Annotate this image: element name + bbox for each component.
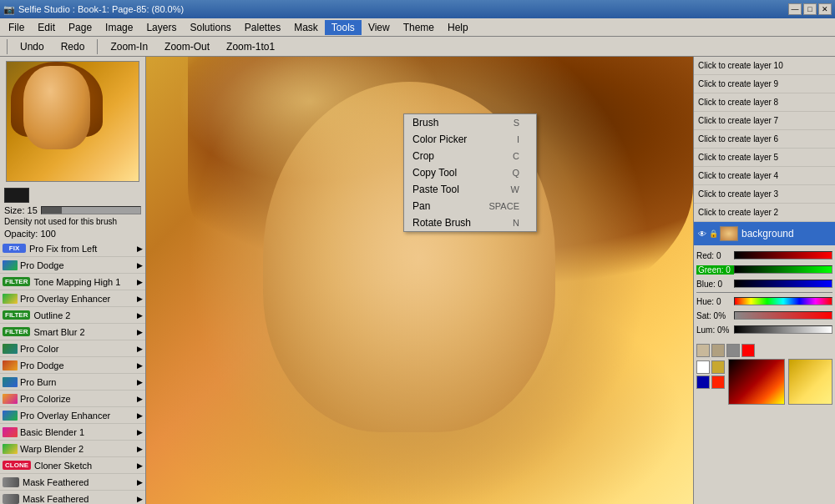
blue-slider[interactable] [734,280,832,288]
menu-tools[interactable]: Tools [325,20,362,35]
menu-help[interactable]: Help [441,20,475,35]
toolbar-separator-1 [7,39,8,54]
layer-item-4[interactable]: Click to create layer 6 [694,130,835,149]
dropdown-item-label: Paste Tool [412,184,459,195]
dropdown-item-brush[interactable]: BrushS [404,114,536,131]
tool-label: Mask Feathered [23,477,89,487]
dropdown-item-label: Crop [412,150,434,162]
lum-slider[interactable] [734,325,832,334]
tool-badge-filter: FILTER [3,277,30,286]
tool-item-5[interactable]: FILTERSmart Blur 2▶ [0,324,145,340]
swatch-red[interactable] [741,344,755,357]
layer-thumbnail [720,226,738,241]
menu-theme[interactable]: Theme [397,20,441,35]
menu-file[interactable]: File [2,20,31,35]
swatch-gold[interactable] [711,360,725,374]
menu-view[interactable]: View [362,20,397,35]
layer-item-1[interactable]: Click to create layer 9 [694,75,835,93]
dropdown-item-label: Rotate Brush [412,217,471,229]
sat-slider[interactable] [734,311,832,320]
tool-item-7[interactable]: Pro Dodge▶ [0,357,145,374]
tool-arrow-icon: ▶ [137,345,143,353]
green-slider[interactable] [734,265,832,274]
zoom-in-button[interactable]: Zoom-In [103,38,155,55]
tool-item-14[interactable]: Mask Feathered▶ [0,474,145,491]
color-swatch[interactable] [4,188,29,203]
tool-item-3[interactable]: Pro Overlay Enhancer▶ [0,290,145,307]
tool-item-1[interactable]: Pro Dodge▶ [0,257,145,274]
dropdown-item-rotate-brush[interactable]: Rotate BrushN [404,214,536,231]
dropdown-item-paste-tool[interactable]: Paste ToolW [404,181,536,198]
tool-item-9[interactable]: Pro Colorize▶ [0,391,145,407]
small-swatches [696,359,725,405]
mask-icon [3,477,19,487]
swatch-blue[interactable] [696,375,710,389]
swatch-gray[interactable] [726,344,740,357]
close-button[interactable]: ✕ [818,3,832,15]
tool-item-2[interactable]: FILTERTone Mapping High 1▶ [0,274,145,290]
layer-eye-icon[interactable]: 👁 [698,229,706,239]
dropdown-item-label: Color Picker [412,134,467,145]
menu-image[interactable]: Image [99,20,139,35]
dropdown-item-shortcut: SPACE [489,201,519,211]
tool-arrow-icon: ▶ [137,244,143,253]
layer-item-8[interactable]: Click to create layer 2 [694,204,835,222]
redo-button[interactable]: Redo [53,38,93,55]
layer-item-5[interactable]: Click to create layer 5 [694,149,835,167]
tool-badge-fix: FIX [3,244,26,253]
canvas-area[interactable]: BrushSColor PickerICropCCopy ToolQPaste … [146,57,693,504]
dropdown-item-crop[interactable]: CropC [404,148,536,164]
red-slider[interactable] [734,251,832,260]
tool-item-8[interactable]: Pro Burn▶ [0,374,145,391]
dropdown-item-copy-tool[interactable]: Copy ToolQ [404,164,536,181]
minimize-button[interactable]: — [788,3,802,15]
gradient-palette[interactable] [728,359,785,405]
zoom-1to1-button[interactable]: Zoom-1to1 [219,38,282,55]
layer-item-3[interactable]: Click to create layer 7 [694,112,835,130]
tool-item-12[interactable]: Warp Blender 2▶ [0,441,145,457]
layer-lock-icon: 🔒 [709,229,718,238]
menu-edit[interactable]: Edit [31,20,62,35]
menu-page[interactable]: Page [62,20,99,35]
toolbar-separator-2 [97,39,98,54]
tool-arrow-icon: ▶ [137,378,143,386]
tool-label: Pro Dodge [20,260,64,270]
tool-item-6[interactable]: Pro Color▶ [0,340,145,357]
gradient-palette-2[interactable] [788,359,832,405]
menu-palettes[interactable]: Palettes [238,20,287,35]
menu-mask[interactable]: Mask [287,20,325,35]
active-layer-name: background [741,228,794,239]
swatch-brown[interactable] [711,344,725,357]
tool-item-13[interactable]: CLONECloner Sketch▶ [0,457,145,474]
thumbnail-area [6,61,139,182]
tool-item-0[interactable]: FIXPro Fix from Left▶ [0,240,145,257]
layer-item-7[interactable]: Click to create layer 3 [694,185,835,204]
tool-item-15[interactable]: Mask Feathered▶ [0,491,145,504]
tool-item-10[interactable]: Pro Overlay Enhancer▶ [0,407,145,424]
hue-slider[interactable] [734,297,832,305]
density-label: Density not used for this brush [4,217,117,226]
zoom-out-button[interactable]: Zoom-Out [157,38,217,55]
undo-button[interactable]: Undo [13,38,52,55]
menubar: File Edit Page Image Layers Solutions Pa… [0,18,835,37]
green-slider-row: Green: 0 [696,263,832,276]
swatch-white[interactable] [696,360,710,374]
dropdown-item-pan[interactable]: PanSPACE [404,198,536,214]
titlebar-title: Selfie Studio : Book-1: Page-85: (80.0%) [18,4,184,14]
tool-item-4[interactable]: FILTEROutline 2▶ [0,307,145,324]
layer-item-6[interactable]: Click to create layer 4 [694,167,835,185]
menu-solutions[interactable]: Solutions [183,20,237,35]
maximize-button[interactable]: □ [803,3,817,15]
swatch-orange[interactable] [711,375,725,389]
dropdown-item-label: Brush [412,117,438,129]
swatch-tan[interactable] [696,344,710,357]
layer-item-2[interactable]: Click to create layer 8 [694,93,835,112]
layer-item-0[interactable]: Click to create layer 10 [694,57,835,75]
tool-item-11[interactable]: Basic Blender 1▶ [0,424,145,441]
tool-color-icon [3,260,18,270]
size-bar[interactable] [41,206,141,214]
active-layer[interactable]: 👁 🔒 background [694,222,835,245]
menu-layers[interactable]: Layers [139,20,183,35]
dropdown-item-color-picker[interactable]: Color PickerI [404,131,536,148]
titlebar-controls[interactable]: — □ ✕ [788,3,832,15]
